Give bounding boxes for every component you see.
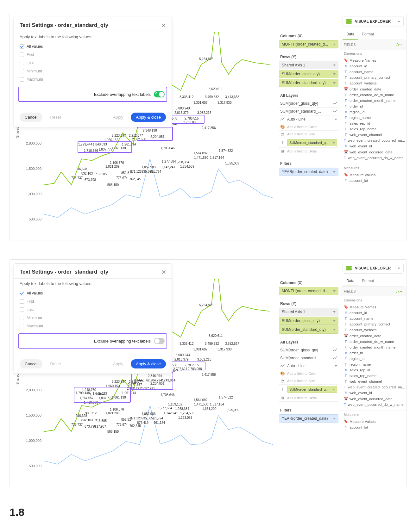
layers-head: All Layers xyxy=(279,338,338,346)
row-field-1[interactable]: SUM(order_gloss_qty) xyxy=(279,317,338,325)
cancel-button[interactable]: Cancel xyxy=(20,113,42,122)
opt-max[interactable]: Maximum xyxy=(20,75,166,84)
field-web_event_created_occurred_na...[interactable]: Tweb_event_created_occurred_na... xyxy=(340,384,406,390)
field-sales_rep_name[interactable]: Tsales_rep_name xyxy=(340,373,406,379)
fx-button[interactable]: fx+ xyxy=(396,289,402,294)
field-order_id[interactable]: #order_id xyxy=(340,103,406,109)
tab-format[interactable]: Format xyxy=(358,29,378,40)
column-field[interactable]: MONTH(order_created_d... xyxy=(279,40,338,48)
tab-data[interactable]: Data xyxy=(343,29,358,40)
enc-color[interactable]: 🎨Add a field to Color xyxy=(279,123,338,131)
row-field-2[interactable]: SUM(order_standard_qty) xyxy=(279,325,338,334)
reset-button[interactable]: Reset xyxy=(45,359,66,368)
field-Measure Names[interactable]: 🔖Measure Names xyxy=(340,57,406,63)
field-account_name[interactable]: Taccount_name xyxy=(340,316,406,321)
enc-detail[interactable]: ⊞Add a field to Detail xyxy=(279,394,338,402)
chevron-down-icon xyxy=(398,268,400,269)
tab-data[interactable]: Data xyxy=(343,276,358,286)
field-order_created_date[interactable]: 📅order_created_date xyxy=(340,333,406,339)
opt-all-values[interactable]: All values xyxy=(20,289,166,297)
columns-head: Columns (X) xyxy=(279,279,338,287)
field-region_name[interactable]: Tregion_name xyxy=(340,362,406,367)
field-order_id[interactable]: #order_id xyxy=(340,350,406,356)
field-web_event_channel[interactable]: Tweb_event_channel xyxy=(340,132,406,138)
row-field-1[interactable]: SUM(order_gloss_qty) xyxy=(279,70,338,78)
filter-field[interactable]: YEAR(order_created_date) xyxy=(279,414,338,423)
enc-text[interactable]: TSUM(order_standard_q... xyxy=(279,138,338,148)
apply-close-button[interactable]: Apply & close xyxy=(131,113,166,122)
opt-last[interactable]: Last xyxy=(20,59,166,67)
field-order_created_month_name[interactable]: Torder_created_month_name xyxy=(340,98,406,103)
layer-2[interactable]: SUM(order_standard_... xyxy=(279,108,338,115)
field-account_website[interactable]: Taccount_website xyxy=(340,327,406,333)
field-order_created_date[interactable]: 📅order_created_date xyxy=(340,86,406,92)
field-Measure Values[interactable]: 🔖Measure Values xyxy=(340,172,406,178)
opt-all-values[interactable]: All values xyxy=(20,42,166,51)
opt-first[interactable]: First xyxy=(20,297,166,306)
opt-last[interactable]: Last xyxy=(20,306,166,314)
field-account_website[interactable]: Taccount_website xyxy=(340,80,406,86)
field-sales_rep_id[interactable]: #sales_rep_id xyxy=(340,367,406,373)
auto-line[interactable]: Auto - Line xyxy=(279,362,338,370)
opt-min[interactable]: Minimum xyxy=(20,314,166,322)
column-field[interactable]: MONTH(order_created_d... xyxy=(279,287,338,295)
field-order_created_month_name[interactable]: Torder_created_month_name xyxy=(340,344,406,350)
field-sales_rep_name[interactable]: Tsales_rep_name xyxy=(340,126,406,132)
close-icon[interactable] xyxy=(161,270,166,274)
field-account_id[interactable]: #account_id xyxy=(340,63,406,69)
text-settings-dialog: Text Settings - order_standard_qty Apply… xyxy=(14,263,172,374)
exclude-overlap-toggle[interactable] xyxy=(154,338,165,344)
field-web_event_id[interactable]: #web_event_id xyxy=(340,390,406,396)
apply-button[interactable]: Apply xyxy=(108,359,129,368)
field-account_primary_contact[interactable]: Taccount_primary_contact xyxy=(340,75,406,80)
field-account_id[interactable]: #account_id xyxy=(340,310,406,316)
filter-field[interactable]: YEAR(order_created_date) xyxy=(279,168,338,176)
fx-button[interactable]: fx+ xyxy=(396,42,402,47)
layer-2[interactable]: SUM(order_standard_... xyxy=(279,354,338,362)
enc-size[interactable]: ◔Add a field to Size xyxy=(279,377,338,385)
field-web_event_id[interactable]: #web_event_id xyxy=(340,143,406,149)
shared-axis-pill[interactable]: Shared Axis 1 xyxy=(279,308,338,316)
auto-line[interactable]: Auto - Line xyxy=(279,115,338,123)
cancel-button[interactable]: Cancel xyxy=(20,359,42,368)
field-region_id[interactable]: #region_id xyxy=(340,109,406,115)
field-account_lat[interactable]: #account_lat xyxy=(340,424,406,430)
apply-close-button[interactable]: Apply & close xyxy=(131,359,166,368)
field-web_event_occurred_do_w_name[interactable]: Tweb_event_occurred_do_w_name xyxy=(340,155,406,161)
opt-max[interactable]: Maximum xyxy=(20,322,166,330)
field-Measure Values[interactable]: 🔖Measure Values xyxy=(340,418,406,424)
field-account_name[interactable]: Taccount_name xyxy=(340,69,406,75)
enc-size[interactable]: ◔Add a field to Size xyxy=(279,131,338,138)
opt-first[interactable]: First xyxy=(20,51,166,59)
enc-detail[interactable]: ⊞Add a field to Detail xyxy=(279,148,338,155)
close-icon[interactable] xyxy=(161,23,166,28)
field-account_lat[interactable]: #account_lat xyxy=(340,178,406,183)
row-field-2[interactable]: SUM(order_standard_qty) xyxy=(279,79,338,87)
field-account_primary_contact[interactable]: Taccount_primary_contact xyxy=(340,321,406,327)
field-web_event_occurred_do_w_name[interactable]: Tweb_event_occurred_do_w_name xyxy=(340,402,406,407)
visual-explorer-header[interactable]: VISUAL EXPLORER xyxy=(343,16,404,27)
shared-axis-pill[interactable]: Shared Axis 1 xyxy=(279,61,338,69)
field-web_event_channel[interactable]: Tweb_event_channel xyxy=(340,379,406,384)
layer-1[interactable]: SUM(order_gloss_qty) xyxy=(279,100,338,108)
field-region_id[interactable]: #region_id xyxy=(340,356,406,362)
size-icon: ◔ xyxy=(280,379,285,383)
apply-button[interactable]: Apply xyxy=(108,113,129,122)
tab-format[interactable]: Format xyxy=(358,276,378,286)
layer-1[interactable]: SUM(order_gloss_qty) xyxy=(279,346,338,354)
chevron-down-icon xyxy=(398,21,400,22)
field-sales_rep_id[interactable]: #sales_rep_id xyxy=(340,121,406,126)
visual-explorer-header[interactable]: VISUAL EXPLORER xyxy=(343,263,404,274)
field-order_created_do_w_name[interactable]: Torder_created_do_w_name xyxy=(340,339,406,344)
field-Measure Names[interactable]: 🔖Measure Names xyxy=(340,304,406,310)
field-region_name[interactable]: Tregion_name xyxy=(340,115,406,121)
field-web_event_occurred_date[interactable]: 📅web_event_occurred_date xyxy=(340,149,406,155)
opt-min[interactable]: Minimum xyxy=(20,67,166,75)
enc-text[interactable]: TSUM(order_standard_q... xyxy=(279,385,338,394)
field-web_event_created_occurred_na...[interactable]: Tweb_event_created_occurred_na... xyxy=(340,138,406,143)
exclude-overlap-toggle[interactable] xyxy=(154,91,165,97)
enc-color[interactable]: 🎨Add a field to Color xyxy=(279,370,338,377)
reset-button[interactable]: Reset xyxy=(45,113,66,122)
field-web_event_occurred_date[interactable]: 📅web_event_occurred_date xyxy=(340,396,406,402)
field-order_created_do_w_name[interactable]: Torder_created_do_w_name xyxy=(340,92,406,98)
